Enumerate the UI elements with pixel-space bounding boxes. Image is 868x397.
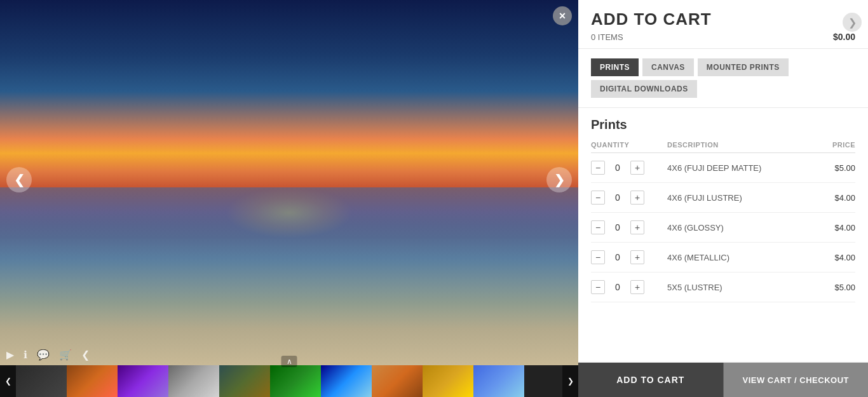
thumb-prev[interactable]: ❮ (0, 365, 16, 397)
qty-plus-4[interactable]: + (630, 250, 644, 264)
print-price-1: $5.00 (804, 163, 855, 173)
qty-control-2: − 0 + (591, 191, 667, 205)
print-price-5: $5.00 (804, 283, 855, 292)
col-description: DESCRIPTION (667, 141, 804, 149)
qty-minus-3[interactable]: − (591, 220, 605, 234)
thumb-next[interactable]: ❯ (562, 365, 578, 397)
qty-plus-1[interactable]: + (630, 161, 644, 175)
qty-value-5: 0 (611, 282, 624, 292)
qty-minus-2[interactable]: − (591, 191, 605, 205)
cart-header: ADD TO CART 0 ITEMS $0.00 (578, 0, 868, 49)
thumbnail-3[interactable] (118, 365, 168, 397)
view-cart-button[interactable]: VIEW CART / CHECKOUT (723, 363, 869, 397)
print-price-2: $4.00 (804, 193, 855, 203)
play-icon[interactable]: ▶ (6, 349, 14, 361)
thumbnail-2[interactable] (67, 365, 118, 397)
qty-minus-5[interactable]: − (591, 280, 605, 294)
cart-items-count: 0 ITEMS (591, 32, 623, 42)
print-desc-2: 4X6 (FUJI LUSTRE) (667, 193, 804, 203)
image-panel: × ❮ ❯ ∧ ▶ ℹ 💬 🛒 ❮ ❮ ❯ (0, 0, 578, 397)
qty-value-1: 0 (611, 163, 624, 173)
thumbnail-6[interactable] (270, 365, 321, 397)
close-button[interactable]: × (553, 6, 572, 25)
cart-meta: 0 ITEMS $0.00 (591, 32, 855, 42)
add-to-cart-button[interactable]: ADD TO CART (578, 363, 723, 397)
print-rows: − 0 + 4X6 (FUJI DEEP MATTE) $5.00 − 0 + … (591, 153, 855, 302)
tab-digital-downloads[interactable]: DIGITAL DOWNLOADS (591, 80, 697, 98)
cart-total: $0.00 (833, 32, 855, 42)
qty-value-3: 0 (611, 222, 624, 232)
qty-control-4: − 0 + (591, 250, 667, 264)
qty-value-2: 0 (611, 192, 624, 203)
thumbnail-4[interactable] (168, 365, 219, 397)
print-row-5: − 0 + 5X5 (LUSTRE) $5.00 (591, 273, 855, 302)
qty-control-1: − 0 + (591, 161, 667, 175)
qty-plus-2[interactable]: + (630, 191, 644, 205)
tab-prints[interactable]: PRINTS (591, 58, 639, 76)
col-quantity: QUANTITY (591, 141, 667, 149)
tab-bar: PRINTS CANVAS MOUNTED PRINTS DIGITAL DOW… (578, 49, 868, 108)
cart-footer: ADD TO CART VIEW CART / CHECKOUT (578, 362, 868, 397)
tab-mounted-prints[interactable]: MOUNTED PRINTS (698, 58, 789, 76)
thumbnail-1[interactable] (16, 365, 67, 397)
print-price-4: $4.00 (804, 253, 855, 262)
qty-control-5: − 0 + (591, 280, 667, 294)
thumbnail-strip: ❮ ❯ (0, 365, 578, 397)
print-row-3: − 0 + 4X6 (GLOSSY) $4.00 (591, 213, 855, 243)
cart-panel: ❯ ADD TO CART 0 ITEMS $0.00 PRINTS CANVA… (578, 0, 868, 397)
print-row-1: − 0 + 4X6 (FUJI DEEP MATTE) $5.00 (591, 153, 855, 183)
print-desc-4: 4X6 (METALLIC) (667, 253, 804, 262)
print-desc-3: 4X6 (GLOSSY) (667, 223, 804, 232)
cart-title: ADD TO CART (591, 10, 855, 29)
prev-arrow[interactable]: ❮ (6, 167, 32, 192)
qty-minus-1[interactable]: − (591, 161, 605, 175)
print-desc-5: 5X5 (LUSTRE) (667, 283, 804, 292)
col-price: PRICE (804, 141, 855, 149)
next-arrow-image[interactable]: ❯ (546, 167, 572, 192)
main-image (0, 0, 578, 365)
prints-header: QUANTITY DESCRIPTION PRICE (591, 137, 855, 153)
prints-section-title: Prints (591, 108, 855, 137)
thumbnail-10[interactable] (473, 365, 524, 397)
tab-canvas[interactable]: CANVAS (642, 58, 694, 76)
bottom-controls: ▶ ℹ 💬 🛒 ❮ (0, 345, 578, 364)
qty-value-4: 0 (611, 252, 624, 262)
thumbnail-8[interactable] (372, 365, 423, 397)
info-icon[interactable]: ℹ (24, 349, 27, 361)
thumbnail-7[interactable] (321, 365, 372, 397)
qty-control-3: − 0 + (591, 220, 667, 234)
qty-plus-5[interactable]: + (630, 280, 644, 294)
prev-icon[interactable]: ❮ (81, 349, 90, 361)
thumbnail-9[interactable] (423, 365, 473, 397)
qty-plus-3[interactable]: + (630, 220, 644, 234)
print-price-3: $4.00 (804, 223, 855, 232)
comment-icon[interactable]: 💬 (37, 349, 50, 361)
print-row-2: − 0 + 4X6 (FUJI LUSTRE) $4.00 (591, 183, 855, 213)
cart-icon[interactable]: 🛒 (59, 349, 72, 361)
thumbnails (16, 365, 562, 397)
thumbnail-5[interactable] (219, 365, 270, 397)
prints-section: Prints QUANTITY DESCRIPTION PRICE − 0 + … (578, 108, 868, 362)
print-desc-1: 4X6 (FUJI DEEP MATTE) (667, 163, 804, 173)
print-row-4: − 0 + 4X6 (METALLIC) $4.00 (591, 243, 855, 273)
qty-minus-4[interactable]: − (591, 250, 605, 264)
panel-next-arrow[interactable]: ❯ (843, 13, 862, 32)
